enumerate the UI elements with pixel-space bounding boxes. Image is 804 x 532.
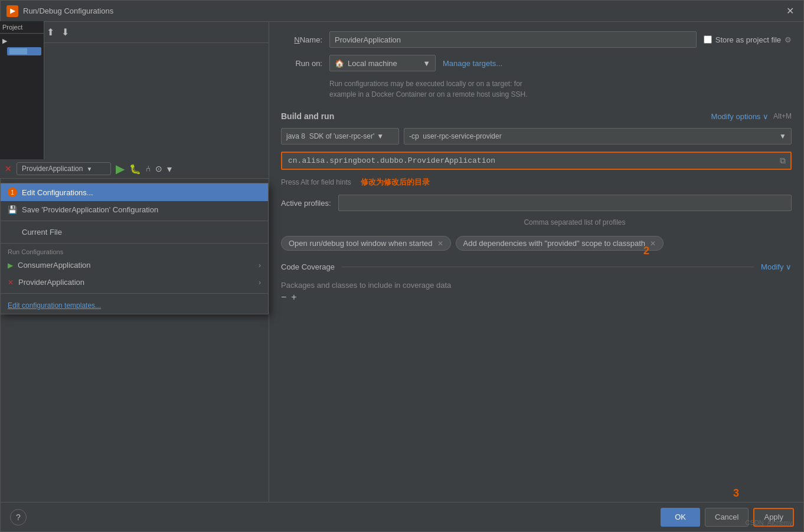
provider-stop-icon: ✕ bbox=[8, 278, 14, 287]
store-as-project-checkbox[interactable] bbox=[704, 35, 712, 44]
chip2-close-button[interactable]: ✕ bbox=[650, 239, 656, 248]
store-as-project-area: Store as project file ⚙ bbox=[704, 35, 792, 44]
right-panel: NName: Store as project file ⚙ Run on: 🏠… bbox=[269, 22, 803, 502]
annotation-2-label: 2 bbox=[643, 245, 649, 257]
tags-area: Open run/debug tool window when started … bbox=[281, 236, 792, 251]
annotation-3-label: 3 bbox=[733, 487, 739, 500]
project-item: ▶ bbox=[2, 37, 41, 45]
watermark: CSDN_Alchemy bbox=[746, 519, 792, 526]
cp-label: -cp user-rpc-service-provider bbox=[409, 132, 502, 140]
modify-coverage-link[interactable]: Modify ∨ bbox=[761, 262, 792, 271]
run-config-selector-bar: ✕ ProviderApplication ▼ ▶ 🐛 ⑃ ⊙ ▾ bbox=[0, 159, 269, 179]
edit-templates-link[interactable]: Edit configuration templates... bbox=[8, 301, 101, 310]
annotation-1: 1 bbox=[8, 188, 17, 197]
consumer-app-menu-label: ConsumerApplication bbox=[18, 261, 91, 270]
debug-button[interactable]: 🐛 bbox=[129, 163, 141, 175]
run-button[interactable]: ▶ bbox=[116, 162, 125, 176]
run-on-dropdown[interactable]: 🏠 Local machine ▼ bbox=[329, 55, 436, 71]
consumer-run-icon: ▶ bbox=[8, 261, 13, 270]
manage-targets-link[interactable]: Manage targets... bbox=[443, 59, 502, 68]
app-icon: ▶ bbox=[6, 5, 18, 17]
chip1-close-button[interactable]: ✕ bbox=[437, 239, 443, 248]
edit-configurations-item[interactable]: 1 Edit Configurations... bbox=[1, 183, 268, 201]
sdk-arrow-icon: ▼ bbox=[377, 132, 384, 140]
divider-line bbox=[342, 267, 754, 267]
sort-config-button[interactable]: ⬇ bbox=[59, 25, 71, 39]
profiler-button[interactable]: ⊙ bbox=[155, 164, 162, 173]
help-button[interactable]: ? bbox=[10, 509, 27, 526]
code-coverage-label: Code Coverage bbox=[281, 262, 335, 271]
dialog-title: Run/Debug Configurations bbox=[23, 6, 783, 15]
consumer-arrow-right-icon: › bbox=[259, 261, 261, 270]
main-class-container: ⧉ bbox=[281, 152, 792, 170]
edit-configurations-label: Edit Configurations... bbox=[22, 188, 93, 197]
project-item-bar bbox=[9, 48, 27, 54]
more-button[interactable]: ▾ bbox=[167, 163, 172, 175]
add-coverage-button[interactable]: + bbox=[291, 292, 296, 303]
modify-options-link[interactable]: Modify options ∨ bbox=[711, 112, 769, 121]
chip1-label: Open run/debug tool window when started bbox=[289, 239, 433, 248]
press-alt-hint: Press Alt for field hints bbox=[281, 178, 351, 186]
run-on-label: Run on: bbox=[281, 59, 322, 68]
run-config-selector[interactable]: ProviderApplication ▼ bbox=[17, 162, 111, 175]
selector-arrow-icon: ▼ bbox=[86, 166, 92, 172]
cp-dropdown[interactable]: -cp user-rpc-service-provider ▼ bbox=[404, 128, 792, 145]
cancel-button[interactable]: Cancel bbox=[705, 508, 749, 527]
provider-app-selector-label: ProviderApplication bbox=[22, 165, 83, 173]
close-button[interactable]: ✕ bbox=[783, 4, 798, 18]
active-profiles-row: Active profiles: bbox=[281, 195, 792, 211]
home-icon: 🏠 bbox=[335, 59, 344, 68]
store-as-project-label: Store as project file bbox=[715, 35, 781, 44]
active-profiles-label: Active profiles: bbox=[281, 199, 331, 208]
move-config-button[interactable]: ⬆ bbox=[44, 25, 57, 39]
copy-class-button[interactable]: ⧉ bbox=[776, 155, 789, 167]
add-dependencies-chip: Add dependencies with "provided" scope t… bbox=[456, 236, 664, 251]
sdk-label: java 8 SDK of 'user-rpc-ser' bbox=[286, 132, 374, 140]
save-config-label: Save 'ProviderApplication' Configuration bbox=[22, 205, 158, 214]
coverage-toolbar: − + bbox=[281, 292, 792, 303]
hint-row: Press Alt for field hints 修改为修改后的目录 bbox=[281, 177, 792, 188]
build-run-section-header: Build and run Modify options ∨ Alt+M bbox=[281, 111, 792, 121]
ok-button[interactable]: OK bbox=[661, 508, 700, 527]
name-row: NName: Store as project file ⚙ bbox=[281, 31, 792, 48]
provider-app-menu-label: ProviderApplication bbox=[18, 278, 84, 287]
run-configurations-section: Run Configurations bbox=[1, 246, 268, 257]
open-tool-window-chip: Open run/debug tool window when started … bbox=[281, 236, 451, 251]
current-file-label: Current File bbox=[22, 228, 62, 237]
run-config-dropdown-menu: 1 Edit Configurations... 💾 Save 'Provide… bbox=[0, 183, 269, 314]
bottom-bar: ? OK Cancel Apply bbox=[1, 502, 803, 531]
coverage-button[interactable]: ⑃ bbox=[146, 164, 151, 173]
project-selected-item bbox=[7, 47, 41, 55]
edit-templates-row: Edit configuration templates... bbox=[1, 296, 268, 314]
main-class-row: ⧉ bbox=[281, 152, 792, 170]
sdk-dropdown[interactable]: java 8 SDK of 'user-rpc-ser' ▼ bbox=[281, 128, 399, 145]
chinese-hint: 修改为修改后的目录 bbox=[361, 177, 430, 188]
save-icon: 💾 bbox=[8, 205, 17, 214]
title-bar: ▶ Run/Debug Configurations ✕ bbox=[1, 1, 803, 22]
project-tree-partial: ▶ bbox=[0, 34, 44, 59]
run-on-description: Run configurations may be executed local… bbox=[281, 78, 792, 100]
provider-app-menu-item[interactable]: ✕ ProviderApplication › bbox=[1, 274, 268, 291]
build-run-title: Build and run bbox=[281, 111, 334, 121]
name-label: NName: bbox=[281, 35, 322, 44]
dropdown-arrow-icon: ▼ bbox=[423, 59, 430, 68]
remove-coverage-button[interactable]: − bbox=[281, 292, 286, 303]
consumer-app-menu-item[interactable]: ▶ ConsumerApplication › bbox=[1, 257, 268, 274]
dropdown-divider-3 bbox=[1, 293, 268, 294]
cp-arrow-icon: ▼ bbox=[779, 132, 786, 140]
local-machine-label: Local machine bbox=[348, 59, 397, 68]
name-input[interactable] bbox=[329, 31, 697, 48]
project-tab-label: Project bbox=[0, 21, 44, 34]
current-file-item[interactable]: Current File bbox=[1, 224, 268, 241]
main-class-input[interactable] bbox=[283, 154, 772, 168]
modify-options-area: Modify options ∨ Alt+M bbox=[711, 112, 792, 121]
packages-label: Packages and classes to include in cover… bbox=[281, 281, 792, 290]
save-config-item[interactable]: 💾 Save 'ProviderApplication' Configurati… bbox=[1, 201, 268, 218]
stop-icon: ✕ bbox=[5, 164, 12, 173]
sdk-cp-row: java 8 SDK of 'user-rpc-ser' ▼ -cp user-… bbox=[281, 128, 792, 145]
comma-hint: Comma separated list of profiles bbox=[358, 218, 792, 226]
dropdown-divider-2 bbox=[1, 243, 268, 244]
active-profiles-input[interactable] bbox=[338, 195, 792, 211]
code-coverage-divider: Code Coverage Modify ∨ bbox=[281, 262, 792, 271]
run-on-row: Run on: 🏠 Local machine ▼ Manage targets… bbox=[281, 55, 792, 71]
